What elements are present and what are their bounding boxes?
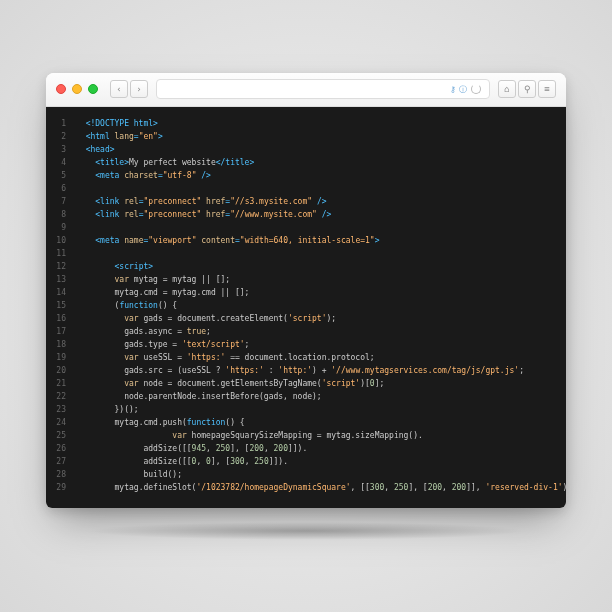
menu-icon[interactable]: ≡ [538, 80, 556, 98]
url-bar[interactable]: ⚷ ⓘ [156, 79, 490, 99]
code-content: var homepageSquarySizeMapping = mytag.si… [76, 429, 423, 442]
line-number: 3 [46, 143, 76, 156]
code-content: addSize([[0, 0], [300, 250]]). [76, 455, 288, 468]
line-number: 25 [46, 429, 76, 442]
line-number: 10 [46, 234, 76, 247]
code-content: gads.type = 'text/script'; [76, 338, 249, 351]
code-content: <head> [76, 143, 115, 156]
code-line: 24 mytag.cmd.push(function() { [46, 416, 566, 429]
browser-window: ‹ › ⚷ ⓘ ⌂ ⚲ ≡ 1 <!DOCTYPE html>2 <html l… [46, 73, 566, 508]
code-line: 25 var homepageSquarySizeMapping = mytag… [46, 429, 566, 442]
code-content: node.parentNode.insertBefore(gads, node)… [76, 390, 322, 403]
code-line: 17 gads.async = true; [46, 325, 566, 338]
line-number: 13 [46, 273, 76, 286]
code-line: 14 mytag.cmd = mytag.cmd || []; [46, 286, 566, 299]
code-content: build(); [76, 468, 182, 481]
code-line: 1 <!DOCTYPE html> [46, 117, 566, 130]
code-line: 7 <link rel="preconnect" href="//s3.mysi… [46, 195, 566, 208]
code-content [76, 221, 86, 234]
line-number: 6 [46, 182, 76, 195]
minimize-icon[interactable] [72, 84, 82, 94]
code-content: <title>My perfect website</title> [76, 156, 254, 169]
line-number: 9 [46, 221, 76, 234]
code-line: 22 node.parentNode.insertBefore(gads, no… [46, 390, 566, 403]
line-number: 2 [46, 130, 76, 143]
code-line: 26 addSize([[945, 250], [200, 200]]). [46, 442, 566, 455]
code-line: 27 addSize([[0, 0], [300, 250]]). [46, 455, 566, 468]
code-line: 9 [46, 221, 566, 234]
close-icon[interactable] [56, 84, 66, 94]
code-line: 6 [46, 182, 566, 195]
toolbar-icons: ⌂ ⚲ ≡ [498, 80, 556, 98]
line-number: 16 [46, 312, 76, 325]
line-number: 26 [46, 442, 76, 455]
code-line: 10 <meta name="viewport" content="width=… [46, 234, 566, 247]
code-content: mytag.defineSlot('/1023782/homepageDynam… [76, 481, 566, 494]
secure-icon: ⚷ ⓘ [450, 84, 467, 95]
code-line: 3 <head> [46, 143, 566, 156]
code-content [76, 247, 86, 260]
code-line: 29 mytag.defineSlot('/1023782/homepageDy… [46, 481, 566, 494]
code-content: var node = document.getElementsByTagName… [76, 377, 384, 390]
reload-icon[interactable] [471, 84, 481, 94]
code-line: 18 gads.type = 'text/script'; [46, 338, 566, 351]
line-number: 7 [46, 195, 76, 208]
line-number: 4 [46, 156, 76, 169]
code-content: gads.async = true; [76, 325, 211, 338]
lock-icon[interactable]: ⚲ [518, 80, 536, 98]
line-number: 23 [46, 403, 76, 416]
code-line: 11 [46, 247, 566, 260]
line-number: 21 [46, 377, 76, 390]
maximize-icon[interactable] [88, 84, 98, 94]
code-line: 4 <title>My perfect website</title> [46, 156, 566, 169]
code-line: 13 var mytag = mytag || []; [46, 273, 566, 286]
code-line: 12 <script> [46, 260, 566, 273]
code-line: 16 var gads = document.createElement('sc… [46, 312, 566, 325]
code-content: var mytag = mytag || []; [76, 273, 230, 286]
code-content: (function() { [76, 299, 177, 312]
code-content: <meta charset="utf-8" /> [76, 169, 211, 182]
code-content: <meta name="viewport" content="width=640… [76, 234, 380, 247]
code-content: <html lang="en"> [76, 130, 163, 143]
code-content: <link rel="preconnect" href="//www.mysit… [76, 208, 331, 221]
code-content: <link rel="preconnect" href="//s3.mysite… [76, 195, 327, 208]
line-number: 18 [46, 338, 76, 351]
window-shadow [86, 522, 526, 540]
back-button[interactable]: ‹ [110, 80, 128, 98]
code-content: <!DOCTYPE html> [76, 117, 158, 130]
code-line: 19 var useSSL = 'https:' == document.loc… [46, 351, 566, 364]
line-number: 1 [46, 117, 76, 130]
line-number: 15 [46, 299, 76, 312]
line-number: 28 [46, 468, 76, 481]
line-number: 20 [46, 364, 76, 377]
code-line: 5 <meta charset="utf-8" /> [46, 169, 566, 182]
line-number: 14 [46, 286, 76, 299]
code-line: 8 <link rel="preconnect" href="//www.mys… [46, 208, 566, 221]
forward-button[interactable]: › [130, 80, 148, 98]
code-content: mytag.cmd = mytag.cmd || []; [76, 286, 249, 299]
code-line: 21 var node = document.getElementsByTagN… [46, 377, 566, 390]
share-icon[interactable]: ⌂ [498, 80, 516, 98]
code-content: gads.src = (useSSL ? 'https:' : 'http:')… [76, 364, 524, 377]
nav-buttons: ‹ › [110, 80, 148, 98]
code-line: 20 gads.src = (useSSL ? 'https:' : 'http… [46, 364, 566, 377]
line-number: 27 [46, 455, 76, 468]
code-line: 28 build(); [46, 468, 566, 481]
code-content: mytag.cmd.push(function() { [76, 416, 245, 429]
line-number: 11 [46, 247, 76, 260]
line-number: 5 [46, 169, 76, 182]
code-line: 15 (function() { [46, 299, 566, 312]
code-content: var gads = document.createElement('scrip… [76, 312, 336, 325]
code-content: })(); [76, 403, 139, 416]
line-number: 19 [46, 351, 76, 364]
code-line: 2 <html lang="en"> [46, 130, 566, 143]
line-number: 17 [46, 325, 76, 338]
traffic-lights [56, 84, 98, 94]
line-number: 29 [46, 481, 76, 494]
line-number: 24 [46, 416, 76, 429]
line-number: 12 [46, 260, 76, 273]
code-editor: 1 <!DOCTYPE html>2 <html lang="en">3 <he… [46, 107, 566, 508]
code-content [76, 182, 86, 195]
code-line: 23 })(); [46, 403, 566, 416]
line-number: 8 [46, 208, 76, 221]
